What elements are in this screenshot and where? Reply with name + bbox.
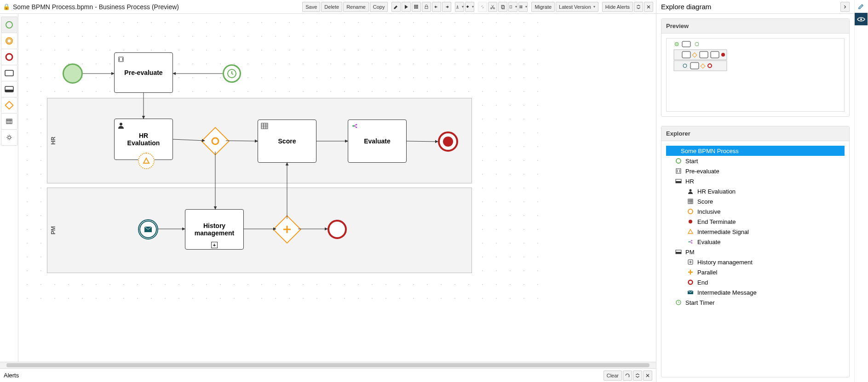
grid-button[interactable] (412, 2, 421, 12)
triangle-icon (687, 229, 694, 234)
palette-settings[interactable] (1, 129, 17, 146)
migrate-button[interactable]: Migrate (531, 2, 555, 12)
export-dropdown[interactable] (455, 2, 464, 12)
palette-expanded-subprocess[interactable] (1, 81, 17, 97)
svg-rect-8 (417, 7, 418, 8)
close-alerts-button[interactable] (643, 371, 652, 381)
tree-item[interactable]: Parallel (666, 267, 845, 277)
end-event[interactable] (328, 220, 347, 239)
tree-item[interactable]: Intermediate Message (666, 287, 845, 297)
task-history-management-label: History management (195, 222, 234, 237)
link-button[interactable] (478, 2, 487, 12)
paste-dropdown[interactable] (508, 2, 517, 12)
expand-button[interactable] (634, 2, 643, 12)
task-score[interactable]: Score (258, 120, 316, 163)
svg-rect-1 (416, 5, 417, 6)
refresh-alerts-button[interactable] (623, 371, 632, 381)
lane-icon (675, 250, 682, 254)
svg-point-68 (860, 18, 862, 20)
copy-button[interactable]: Copy (370, 2, 388, 12)
view-tab[interactable] (855, 13, 868, 26)
subproc-icon (687, 259, 694, 265)
user-icon (687, 188, 694, 194)
tree-item[interactable]: End Terminate (666, 217, 845, 227)
subprocess-marker-icon: + (211, 242, 218, 248)
close-button[interactable] (644, 2, 653, 12)
tree-item[interactable]: Some BPMN Process (666, 146, 845, 156)
task-preevaluate[interactable]: Pre-evaluate (114, 52, 173, 93)
svg-rect-54 (676, 181, 681, 183)
tree-item[interactable]: Pre-evaluate (666, 166, 845, 176)
right-panel: Explore diagram Preview (656, 0, 854, 382)
redo-button[interactable] (442, 2, 451, 12)
horizontal-scrollbar[interactable] (0, 362, 656, 368)
hide-alerts-button[interactable]: Hide Alerts (602, 2, 633, 12)
tree-item[interactable]: HR (666, 176, 845, 186)
tree-item[interactable]: HR Evaluation (666, 186, 845, 196)
top-toolbar: 🔒 Some BPMN Process.bpmn - Business Proc… (0, 0, 656, 14)
circle-orange-icon (687, 209, 694, 214)
preview-panel: Preview (661, 18, 850, 117)
delete-button[interactable]: Delete (321, 2, 342, 12)
align-dropdown[interactable] (518, 2, 528, 12)
svg-rect-3 (414, 6, 415, 7)
svg-rect-63 (676, 252, 681, 254)
clear-alerts-button[interactable]: Clear (604, 371, 622, 381)
save-button[interactable]: Save (302, 2, 320, 12)
svg-rect-12 (501, 5, 504, 8)
lane-icon (675, 179, 682, 183)
rule-icon (687, 239, 694, 245)
task-evaluate-label: Evaluate (364, 137, 391, 145)
svg-rect-31 (261, 123, 268, 129)
palette-task[interactable] (1, 65, 17, 81)
svg-point-55 (690, 189, 692, 192)
end-terminate-event[interactable] (438, 131, 458, 152)
start-event[interactable] (63, 63, 83, 84)
lock-button[interactable] (422, 2, 431, 12)
tree-item[interactable]: History management (666, 257, 845, 267)
script-icon (117, 56, 125, 63)
signal-boundary-event[interactable] (138, 153, 155, 169)
svg-point-58 (689, 220, 692, 223)
svg-rect-44 (711, 51, 719, 58)
preview-thumbnail[interactable] (666, 38, 845, 112)
rename-button[interactable]: Rename (343, 2, 369, 12)
task-history-management[interactable]: History management + (185, 209, 244, 250)
tree-item[interactable]: Intermediate Signal (666, 227, 845, 237)
palette-end-event[interactable] (1, 49, 17, 65)
undo-button[interactable] (432, 2, 441, 12)
tree-item[interactable]: Evaluate (666, 237, 845, 247)
timer-event[interactable] (223, 64, 241, 83)
expand-alerts-button[interactable] (633, 371, 642, 381)
palette-start-event[interactable] (1, 17, 17, 33)
dot-red-icon (687, 219, 694, 224)
tree-item[interactable]: Start (666, 156, 845, 166)
script-icon (675, 168, 682, 174)
right-panel-close-button[interactable] (840, 2, 850, 12)
tree-item[interactable]: PM (666, 247, 845, 257)
task-evaluate[interactable]: Evaluate (348, 120, 407, 163)
tree-item[interactable]: End (666, 277, 845, 287)
tree-item[interactable]: Inclusive (666, 206, 845, 217)
cut-button[interactable] (488, 2, 497, 12)
palette-data-object[interactable] (1, 113, 17, 130)
svg-rect-25 (5, 90, 13, 92)
right-tabs (854, 0, 868, 382)
svg-point-19 (6, 22, 12, 28)
version-dropdown[interactable]: Latest Version (556, 2, 598, 12)
canvas[interactable]: HR PM Pre-evaluate (18, 14, 656, 362)
tree-item-label: End (697, 279, 708, 286)
lane-pm[interactable]: PM (47, 188, 472, 273)
svg-rect-41 (682, 51, 690, 58)
run-button[interactable] (402, 2, 411, 12)
fill-dropdown[interactable] (465, 2, 474, 12)
tree-item[interactable]: Score (666, 196, 845, 206)
clipboard-copy-button[interactable] (498, 2, 507, 12)
intermediate-message-event[interactable] (138, 219, 158, 239)
edit-tab[interactable] (855, 0, 868, 13)
svg-point-33 (356, 124, 357, 125)
palette-intermediate-event[interactable] (1, 33, 17, 49)
tree-item[interactable]: Start Timer (666, 297, 845, 308)
edit-button[interactable] (391, 2, 401, 12)
palette-gateway[interactable] (1, 97, 17, 114)
